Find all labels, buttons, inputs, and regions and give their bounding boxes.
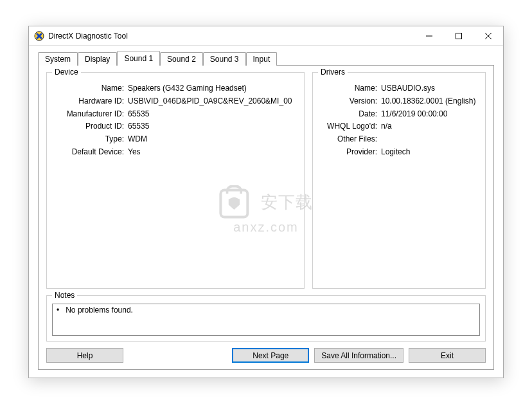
device-mfr-label: Manufacturer ID: bbox=[55, 109, 127, 120]
drivers-version-label: Version: bbox=[321, 96, 380, 107]
drivers-name-label: Name: bbox=[321, 83, 380, 94]
tab-sound1[interactable]: Sound 1 bbox=[117, 51, 160, 66]
drivers-other-label: Other Files: bbox=[321, 134, 380, 145]
device-prod-label: Product ID: bbox=[55, 121, 127, 132]
save-all-button[interactable]: Save All Information... bbox=[314, 348, 403, 363]
drivers-whql-value: n/a bbox=[380, 121, 477, 132]
device-name-label: Name: bbox=[55, 83, 127, 94]
drivers-name-value: USBAUDIO.sys bbox=[380, 83, 477, 94]
tab-sound3[interactable]: Sound 3 bbox=[203, 52, 246, 66]
notes-list[interactable]: • No problems found. bbox=[52, 304, 480, 336]
tab-system[interactable]: System bbox=[38, 52, 78, 66]
notes-legend: Notes bbox=[52, 291, 77, 300]
close-button[interactable] bbox=[474, 26, 503, 46]
bullet-icon: • bbox=[57, 306, 59, 316]
device-hwid-value: USB\VID_046D&PID_0A9C&REV_2060&MI_00 bbox=[127, 96, 296, 107]
tab-panel: 安下载 anxz.com Device Name:Speakers (G432 … bbox=[38, 65, 494, 370]
window-title: DirectX Diagnostic Tool bbox=[48, 32, 128, 41]
device-mfr-value: 65535 bbox=[127, 109, 296, 120]
list-item: • No problems found. bbox=[57, 306, 475, 316]
exit-button[interactable]: Exit bbox=[409, 348, 486, 363]
drivers-date-value: 11/6/2019 00:00:00 bbox=[380, 109, 477, 120]
button-row: Help Next Page Save All Information... E… bbox=[46, 348, 486, 363]
note-text: No problems found. bbox=[66, 306, 133, 315]
device-group: Device Name:Speakers (G432 Gaming Headse… bbox=[46, 72, 305, 289]
help-button[interactable]: Help bbox=[46, 348, 123, 363]
spacer bbox=[129, 348, 227, 363]
drivers-legend: Drivers bbox=[318, 68, 348, 77]
drivers-whql-label: WHQL Logo'd: bbox=[321, 121, 380, 132]
tab-display[interactable]: Display bbox=[78, 52, 117, 66]
drivers-other-value bbox=[380, 134, 477, 145]
device-hwid-label: Hardware ID: bbox=[55, 96, 127, 107]
drivers-provider-value: Logitech bbox=[380, 147, 477, 158]
drivers-date-label: Date: bbox=[321, 109, 380, 120]
client-area: System Display Sound 1 Sound 2 Sound 3 I… bbox=[29, 46, 503, 378]
device-prod-value: 65535 bbox=[127, 121, 296, 132]
notes-group: Notes • No problems found. bbox=[46, 295, 486, 342]
drivers-version-value: 10.00.18362.0001 (English) bbox=[380, 96, 477, 107]
svg-rect-2 bbox=[456, 33, 462, 39]
dxdiag-window: DirectX Diagnostic Tool System Display S… bbox=[28, 26, 504, 378]
device-default-value: Yes bbox=[127, 147, 296, 158]
minimize-button[interactable] bbox=[414, 26, 444, 46]
top-row: Device Name:Speakers (G432 Gaming Headse… bbox=[46, 72, 486, 289]
titlebar: DirectX Diagnostic Tool bbox=[29, 26, 503, 46]
drivers-provider-label: Provider: bbox=[321, 147, 380, 158]
drivers-group: Drivers Name:USBAUDIO.sys Version:10.00.… bbox=[312, 72, 486, 289]
tabstrip: System Display Sound 1 Sound 2 Sound 3 I… bbox=[38, 51, 494, 65]
tab-sound2[interactable]: Sound 2 bbox=[160, 52, 203, 66]
window-controls bbox=[414, 26, 503, 46]
device-type-value: WDM bbox=[127, 134, 296, 145]
app-icon bbox=[34, 31, 44, 41]
device-type-label: Type: bbox=[55, 134, 127, 145]
device-name-value: Speakers (G432 Gaming Headset) bbox=[127, 83, 296, 94]
tab-input[interactable]: Input bbox=[246, 52, 278, 66]
device-legend: Device bbox=[52, 68, 81, 77]
maximize-button[interactable] bbox=[444, 26, 474, 46]
device-default-label: Default Device: bbox=[55, 147, 127, 158]
next-page-button[interactable]: Next Page bbox=[232, 348, 309, 363]
